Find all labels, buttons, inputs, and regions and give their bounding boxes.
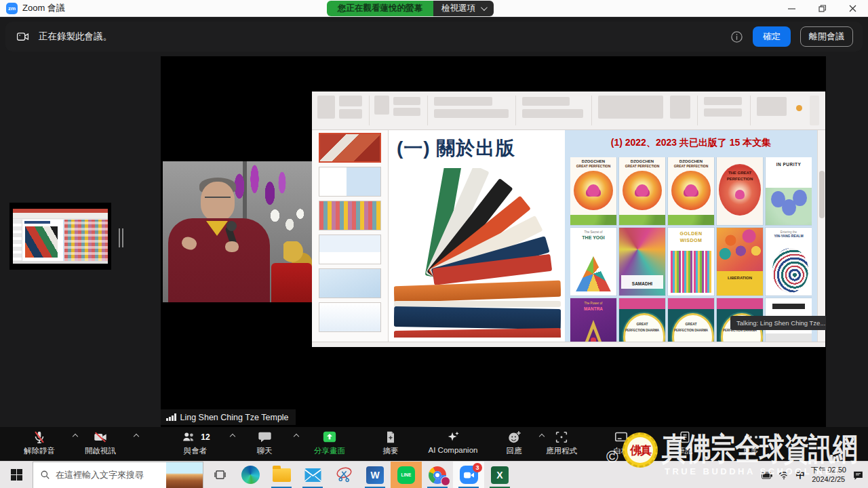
ppt-scrollbar[interactable] bbox=[817, 130, 825, 342]
book-cover: GREATPERFECTION DHARMA bbox=[619, 298, 665, 342]
wifi-icon[interactable] bbox=[778, 471, 789, 480]
minimize-button[interactable] bbox=[776, 0, 807, 17]
more-icon bbox=[745, 429, 757, 445]
book-cover: GOLDENWISDOM bbox=[668, 228, 714, 296]
chevron-down-icon bbox=[481, 4, 488, 11]
recording-camera-icon bbox=[15, 30, 31, 43]
book-cover: The Secret ofTHE YOGI bbox=[570, 228, 616, 296]
taskbar-snipping-tool[interactable] bbox=[328, 462, 359, 488]
action-center-icon[interactable] bbox=[852, 470, 864, 481]
window-title: Zoom 會議 bbox=[22, 2, 65, 14]
snipping-tool-icon bbox=[336, 467, 353, 483]
book-cover: The Power ofMANTRA bbox=[570, 298, 616, 342]
book-cover: DZOGCHENGREAT PERFECTION bbox=[619, 157, 665, 225]
info-icon[interactable] bbox=[730, 30, 743, 43]
book-cover: LIBERATION bbox=[717, 228, 763, 296]
white-flowers bbox=[264, 203, 307, 239]
slide-thumb-6[interactable] bbox=[319, 302, 381, 332]
shared-screen-stage: (一) 關於出版 (1) 2022、2023 共已出版了 15 本文集 DZOG… bbox=[161, 56, 826, 427]
panel-collapse-handle[interactable] bbox=[119, 228, 125, 247]
slide-thumb-3[interactable] bbox=[319, 201, 381, 230]
taskbar-line[interactable]: LINE bbox=[391, 462, 422, 488]
maximize-button[interactable] bbox=[807, 0, 837, 17]
slide-thumb-1[interactable] bbox=[319, 133, 381, 163]
camera-off-icon bbox=[92, 430, 108, 445]
zoom-app-icon: zm bbox=[6, 3, 18, 14]
taskbar-word[interactable]: W bbox=[359, 462, 391, 488]
leave-meeting-button[interactable]: 離開會議 bbox=[800, 26, 853, 47]
apps-icon bbox=[554, 430, 569, 445]
taskbar-mail[interactable] bbox=[297, 462, 328, 488]
slide-thumb-5[interactable] bbox=[319, 268, 381, 298]
notes-icon bbox=[678, 430, 692, 445]
word-icon: W bbox=[366, 466, 384, 484]
summary-button[interactable]: 摘要 bbox=[370, 429, 412, 460]
meeting-toolbar: 解除靜音 開啟視訊 12 與會者 聊天 bbox=[0, 427, 868, 461]
ai-companion-button[interactable]: AI Companion bbox=[415, 429, 491, 460]
share-screen-icon bbox=[321, 430, 338, 445]
taskbar-clock[interactable]: 下午 02:50 2024/2/25 bbox=[810, 466, 846, 485]
line-icon: LINE bbox=[397, 466, 415, 484]
viewing-screen-banner: 您正在觀看蓮悅的螢幕 bbox=[327, 1, 433, 16]
share-preview-panel[interactable] bbox=[9, 203, 111, 270]
confirm-button[interactable]: 確定 bbox=[753, 26, 791, 47]
search-placeholder: 在這裡輸入文字來搜尋 bbox=[56, 469, 144, 481]
zoom-meeting-window: zm Zoom 會議 您正在觀看蓮悅的螢幕 檢視選項 正在錄製此會議。 bbox=[0, 0, 868, 488]
taskbar-edge[interactable] bbox=[235, 462, 266, 488]
slide-left-half: (一) 關於出版 bbox=[389, 130, 565, 342]
taskbar-chrome[interactable] bbox=[422, 462, 453, 488]
slide-thumb-4[interactable] bbox=[319, 235, 381, 264]
taskbar-excel[interactable]: X bbox=[484, 462, 515, 488]
taskbar-file-explorer[interactable] bbox=[266, 462, 297, 488]
chat-button[interactable]: 聊天 bbox=[237, 429, 292, 460]
file-explorer-icon bbox=[273, 468, 291, 482]
book-cover: THE GREATPERFECTION bbox=[717, 157, 763, 225]
system-tray: 中 下午 02:50 2024/2/25 bbox=[762, 462, 864, 488]
ime-indicator[interactable]: 中 bbox=[795, 469, 804, 481]
chat-icon bbox=[257, 430, 273, 445]
start-video-button[interactable]: 開啟視訊 bbox=[71, 429, 130, 460]
book-cover: DZOGCHENGREAT PERFECTION bbox=[668, 157, 714, 225]
search-icon bbox=[40, 470, 50, 480]
slide-subtitle: (1) 2022、2023 共已出版了 15 本文集 bbox=[565, 137, 817, 149]
taskbar-search-box[interactable]: 在這裡輸入文字來搜尋 bbox=[33, 462, 203, 488]
view-options-button[interactable]: 檢視選項 bbox=[433, 1, 494, 16]
book-cover: DZOGCHENGREAT PERFECTION bbox=[570, 157, 616, 225]
participants-chevron[interactable] bbox=[230, 434, 235, 439]
search-highlight-image[interactable] bbox=[166, 462, 203, 488]
whiteboard-icon bbox=[613, 430, 629, 445]
slide-thumb-2[interactable] bbox=[319, 167, 381, 197]
clock-date: 2024/2/25 bbox=[810, 475, 846, 485]
unmute-button[interactable]: 解除靜音 bbox=[9, 429, 69, 460]
more-button[interactable]: 更多 bbox=[731, 429, 770, 460]
book-cover: GREATPERFECTION DHARMA bbox=[668, 298, 714, 342]
slide-right-half: (1) 2022、2023 共已出版了 15 本文集 DZOGCHENGREAT… bbox=[565, 130, 817, 342]
mail-icon bbox=[304, 468, 321, 482]
edge-icon bbox=[241, 466, 260, 484]
recording-banner: 正在錄製此會議。 確定 離開會議 bbox=[5, 22, 863, 52]
window-title-bar: zm Zoom 會議 您正在觀看蓮悅的螢幕 檢視選項 bbox=[0, 0, 868, 17]
mic-muted-icon bbox=[32, 430, 47, 445]
share-screen-button[interactable]: 分享畫面 bbox=[297, 429, 362, 460]
close-button[interactable] bbox=[837, 0, 868, 17]
recording-message: 正在錄製此會議。 bbox=[39, 30, 112, 43]
zoom-notification-badge: 3 bbox=[473, 463, 482, 472]
reactions-button[interactable]: 回應 bbox=[494, 429, 534, 460]
start-button[interactable] bbox=[0, 462, 33, 488]
powerpoint-window: (一) 關於出版 (1) 2022、2023 共已出版了 15 本文集 DZOG… bbox=[312, 92, 825, 347]
notes-button[interactable]: 筆記 bbox=[663, 429, 707, 460]
ppt-ribbon bbox=[312, 92, 825, 130]
participants-icon bbox=[180, 430, 197, 445]
whiteboard-button[interactable]: 白板 bbox=[599, 429, 643, 460]
ppt-status-bar bbox=[312, 342, 825, 347]
windows-logo-icon bbox=[11, 469, 22, 481]
task-view-button[interactable] bbox=[205, 462, 235, 488]
participants-button[interactable]: 12 與會者 bbox=[163, 429, 228, 460]
battery-icon[interactable] bbox=[762, 472, 772, 479]
apps-button[interactable]: 應用程式 bbox=[536, 429, 587, 460]
taskbar-zoom[interactable]: 3 bbox=[453, 462, 484, 488]
ai-companion-icon bbox=[445, 430, 461, 445]
ppt-slide-thumbnails[interactable] bbox=[312, 130, 389, 342]
video-options-chevron[interactable] bbox=[134, 434, 139, 439]
reactions-icon bbox=[507, 430, 522, 445]
